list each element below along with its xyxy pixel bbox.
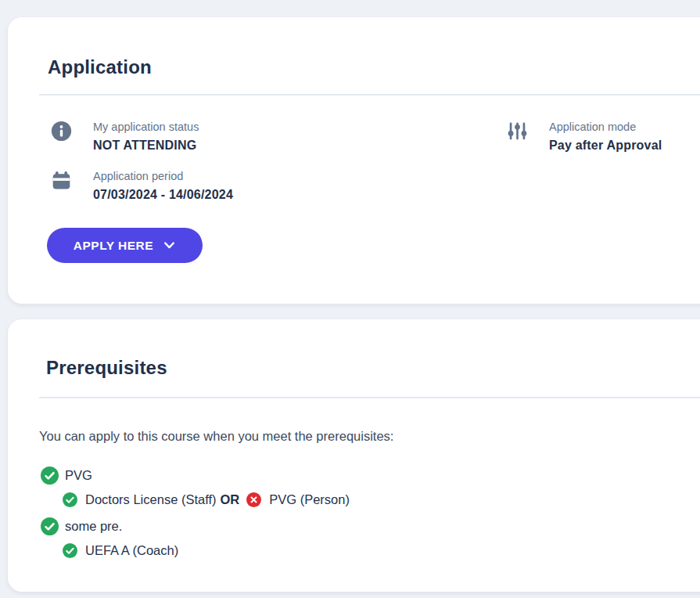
prerequisite-option-label: UEFA A (Coach) xyxy=(85,543,178,558)
prerequisite-group-row: PVG xyxy=(41,467,92,485)
prerequisite-operator: OR xyxy=(221,492,240,507)
prerequisites-card: Prerequisites You can apply to this cour… xyxy=(8,319,700,592)
apply-here-button-label: APPLY HERE xyxy=(74,239,153,253)
application-status-field: My application status NOT ATTENDING xyxy=(51,120,199,153)
apply-here-button[interactable]: APPLY HERE xyxy=(47,228,203,263)
application-card-title: Application xyxy=(48,56,152,78)
x-circle-icon xyxy=(246,492,261,507)
prerequisite-group-label: PVG xyxy=(65,468,92,483)
check-circle-icon xyxy=(41,467,59,485)
prerequisite-sub-row: Doctors License (Staff) OR PVG (Person) xyxy=(63,492,350,507)
application-period-label: Application period xyxy=(93,169,233,184)
prerequisites-card-divider xyxy=(39,397,700,398)
prerequisite-option-label: PVG (Person) xyxy=(269,492,350,507)
info-icon xyxy=(51,121,72,142)
check-circle-icon xyxy=(63,492,77,507)
check-circle-icon xyxy=(63,543,77,558)
application-mode-field: Application mode Pay after Approval xyxy=(507,120,662,153)
check-circle-icon xyxy=(41,517,59,535)
calendar-icon xyxy=(51,170,72,191)
application-mode-label: Application mode xyxy=(549,120,662,135)
application-card: Application My application status NOT AT… xyxy=(8,17,700,304)
chevron-down-icon xyxy=(163,239,176,252)
prerequisite-option-label: Doctors License (Staff) xyxy=(85,492,217,507)
prerequisites-card-title: Prerequisites xyxy=(46,357,167,379)
application-status-label: My application status xyxy=(93,120,199,135)
application-card-divider xyxy=(39,94,700,95)
application-mode-value: Pay after Approval xyxy=(549,137,662,153)
prerequisite-group-row: some pre. xyxy=(41,517,122,535)
adjustments-icon xyxy=(507,121,528,142)
prerequisites-intro: You can apply to this course when you me… xyxy=(39,429,393,444)
prerequisite-group-label: some pre. xyxy=(65,519,122,534)
prerequisite-sub-row: UEFA A (Coach) xyxy=(63,543,178,558)
application-period-value: 07/03/2024 - 14/06/2024 xyxy=(93,186,233,203)
application-period-field: Application period 07/03/2024 - 14/06/20… xyxy=(51,169,233,203)
application-status-value: NOT ATTENDING xyxy=(93,137,199,153)
